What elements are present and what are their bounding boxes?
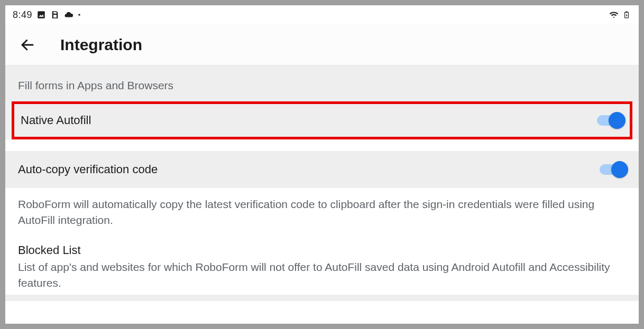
divider	[5, 139, 639, 151]
native-autofill-label: Native Autofill	[21, 114, 91, 127]
save-icon	[50, 10, 60, 20]
back-button[interactable]	[16, 33, 39, 57]
status-bar: 8:49	[5, 5, 639, 24]
autocopy-label: Auto-copy verification code	[18, 163, 158, 176]
status-left: 8:49	[13, 10, 81, 21]
page-title: Integration	[60, 36, 142, 54]
svg-marker-7	[625, 14, 628, 17]
blocked-list-title: Blocked List	[18, 243, 626, 257]
image-icon	[36, 10, 46, 20]
svg-rect-6	[625, 12, 628, 13]
toggle-thumb-icon	[609, 112, 625, 129]
native-autofill-toggle[interactable]	[597, 115, 623, 126]
app-bar: Integration	[5, 24, 639, 65]
section-header-fillforms: Fill forms in Apps and Browsers	[5, 65, 639, 101]
blocked-list-desc: List of app's and websites for which Rob…	[18, 259, 626, 292]
setting-row-autocopy[interactable]: Auto-copy verification code	[5, 151, 639, 188]
status-right	[609, 10, 631, 20]
svg-rect-2	[53, 12, 57, 14]
cloud-icon	[64, 10, 73, 20]
settings-content: Fill forms in Apps and Browsers Native A…	[5, 65, 639, 301]
device-frame: 8:49 Integration	[5, 5, 639, 324]
setting-row-native-autofill[interactable]: Native Autofill	[12, 101, 632, 139]
wifi-icon	[609, 10, 619, 20]
dot-icon	[78, 10, 81, 20]
svg-rect-3	[53, 15, 57, 17]
autocopy-description: RoboForm will automatically copy the lat…	[5, 188, 639, 239]
svg-point-4	[78, 14, 80, 16]
toggle-thumb-icon	[611, 161, 628, 178]
autocopy-toggle[interactable]	[600, 164, 626, 175]
status-time: 8:49	[13, 10, 32, 21]
arrow-left-icon	[20, 37, 35, 53]
battery-icon	[622, 10, 631, 20]
svg-rect-0	[38, 11, 45, 18]
bottom-strip	[5, 295, 639, 301]
setting-row-blocked-list[interactable]: Blocked List List of app's and websites …	[5, 239, 639, 295]
